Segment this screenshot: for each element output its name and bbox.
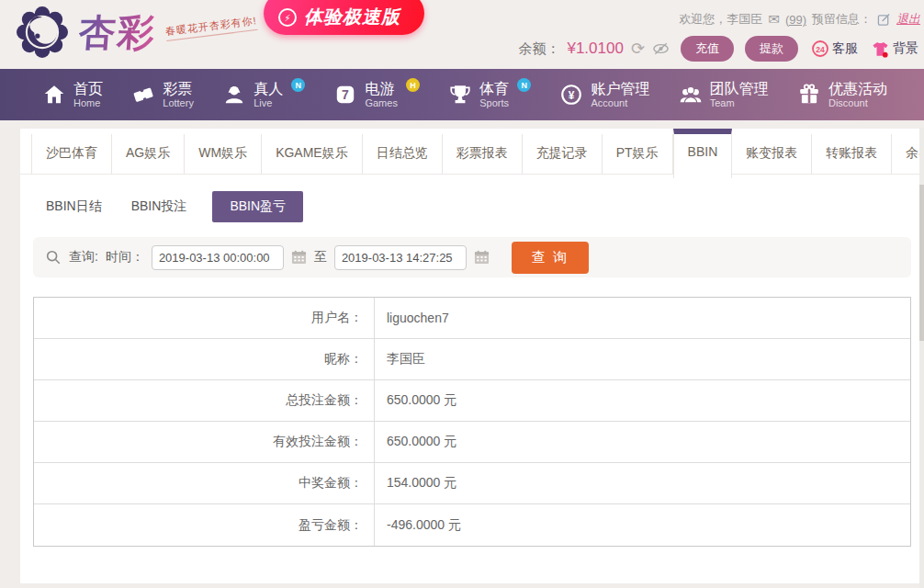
tab-ag[interactable]: AG娱乐 <box>112 134 185 174</box>
logout-link[interactable]: 退出 <box>896 11 920 28</box>
hot-badge: H <box>406 78 420 92</box>
table-row-profit-loss: 盈亏金额： -496.0000 元 <box>34 504 910 546</box>
row-value: 650.0000 元 <box>375 380 456 421</box>
row-label: 昵称： <box>34 339 375 379</box>
subtab-bbin-profit-loss[interactable]: BBIN盈亏 <box>212 191 303 222</box>
lightning-icon: ⚡ <box>278 8 297 27</box>
row-label: 盈亏金额： <box>34 504 375 546</box>
row-label: 有效投注金额： <box>34 422 375 462</box>
calendar-icon <box>474 250 490 265</box>
subtab-bbin-daily[interactable]: BBIN日结 <box>42 191 106 222</box>
ribbon-fold <box>417 1 428 17</box>
home-icon <box>42 83 66 107</box>
refresh-icon: ⟳ <box>631 40 645 57</box>
query-label: 查询: <box>69 249 98 266</box>
scrollbar-track[interactable] <box>919 128 924 588</box>
tab-kgame[interactable]: KGAME娱乐 <box>262 134 363 174</box>
team-people-icon <box>679 83 703 107</box>
brand-tagline: 春暖花开杏彩有你! <box>164 14 258 41</box>
scrollbar-thumb[interactable] <box>919 185 924 341</box>
table-row-winnings: 中奖金额： 154.0000 元 <box>34 463 910 504</box>
brand-emblem-icon <box>17 6 68 58</box>
brand-logo[interactable]: 杏彩 春暖花开杏彩有你! <box>17 6 257 58</box>
main-nav: 首页 Home 彩票 Lottery 真人 Live N <box>0 69 924 120</box>
background-link[interactable]: 背景 <box>871 40 918 58</box>
table-row-username: 用户名： liguochen7 <box>34 298 910 339</box>
row-label: 用户名： <box>34 298 375 338</box>
envelope-icon[interactable]: ✉ <box>768 11 780 28</box>
row-label: 总投注金额： <box>34 380 375 421</box>
eye-slash-icon <box>652 41 670 56</box>
report-tab-bar: 沙巴体育 AG娱乐 WM娱乐 KGAME娱乐 日结总览 彩票报表 充提记录 PT… <box>20 129 924 175</box>
range-separator: 至 <box>314 249 327 266</box>
tab-transfer-report[interactable]: 转账报表 <box>812 134 892 174</box>
bbin-subtab-bar: BBIN日结 BBIN投注 BBIN盈亏 <box>20 175 924 235</box>
table-row-valid-bet: 有效投注金额： 650.0000 元 <box>34 422 910 463</box>
svg-text:24: 24 <box>816 45 825 54</box>
tab-wm[interactable]: WM娱乐 <box>185 134 262 174</box>
nav-item-lottery[interactable]: 彩票 Lottery <box>131 81 194 108</box>
search-icon <box>45 249 62 266</box>
start-date-picker-button[interactable] <box>291 250 307 265</box>
end-date-picker-button[interactable] <box>474 250 490 265</box>
reserved-info-label: 预留信息： <box>812 11 872 28</box>
query-submit-button[interactable]: 查 询 <box>512 242 589 274</box>
nav-item-discount[interactable]: 优惠活动 Discount <box>797 81 887 108</box>
nav-item-home[interactable]: 首页 Home <box>42 81 103 108</box>
customer-service-label: 客服 <box>832 40 858 57</box>
start-time-input[interactable] <box>152 245 284 270</box>
hide-balance-button[interactable] <box>652 41 670 56</box>
nav-item-games[interactable]: 7 电游 Games H <box>333 81 419 108</box>
page-header: 杏彩 春暖花开杏彩有你! ⚡ 体验极速版 欢迎您，李国臣 ✉ (99) 预留信息… <box>0 0 924 69</box>
mail-count-link[interactable]: (99) <box>785 13 806 27</box>
account-coin-icon: ¥ <box>559 83 583 107</box>
edit-icon[interactable] <box>877 13 891 27</box>
tab-bbin[interactable]: BBIN <box>673 129 733 178</box>
speed-version-badge[interactable]: ⚡ 体验极速版 <box>264 0 424 35</box>
table-row-nickname: 昵称： 李国臣 <box>34 339 910 380</box>
new-badge: N <box>517 78 531 92</box>
row-value: 154.0000 元 <box>375 463 456 503</box>
profit-loss-table: 用户名： liguochen7 昵称： 李国臣 总投注金额： 650.0000 … <box>33 297 911 547</box>
tab-deposit-withdraw-record[interactable]: 充提记录 <box>523 134 603 174</box>
nav-item-account[interactable]: ¥ 账户管理 Account <box>559 81 649 108</box>
subtab-bbin-bets[interactable]: BBIN投注 <box>128 191 191 222</box>
time-label: 时间： <box>106 249 144 266</box>
nav-item-live[interactable]: 真人 Live N <box>222 81 305 108</box>
row-label: 中奖金额： <box>34 463 375 503</box>
tab-lottery-report[interactable]: 彩票报表 <box>443 134 523 174</box>
tab-shaba-sports[interactable]: 沙巴体育 <box>31 134 112 174</box>
tab-pt[interactable]: PT娱乐 <box>603 134 673 174</box>
calendar-icon <box>291 250 307 265</box>
shirt-icon <box>871 40 890 58</box>
svg-text:¥: ¥ <box>569 89 575 102</box>
welcome-bar: 欢迎您，李国臣 ✉ (99) 预留信息： 退出 <box>679 11 920 28</box>
games-seven-icon: 7 <box>333 83 357 107</box>
end-time-input[interactable] <box>334 245 467 270</box>
nav-item-sports[interactable]: 体育 Sports N <box>448 81 531 108</box>
row-value: -496.0000 元 <box>375 504 461 546</box>
withdraw-button[interactable]: 提款 <box>745 36 798 62</box>
speed-version-label: 体验极速版 <box>304 5 400 29</box>
deposit-button[interactable]: 充值 <box>681 36 734 62</box>
new-badge: N <box>291 78 305 92</box>
gift-icon <box>797 83 821 107</box>
table-row-total-bet: 总投注金额： 650.0000 元 <box>34 380 910 422</box>
tab-daily-summary[interactable]: 日结总览 <box>363 134 443 174</box>
refresh-balance-button[interactable]: ⟳ <box>631 40 645 57</box>
row-value: liguochen7 <box>375 298 449 338</box>
balance-label: 余额： <box>518 40 559 58</box>
row-value: 650.0000 元 <box>375 422 456 462</box>
nav-item-team[interactable]: 团队管理 Team <box>679 81 769 108</box>
live-dealer-icon <box>222 83 246 107</box>
trophy-icon <box>448 83 472 107</box>
svg-text:7: 7 <box>343 87 350 102</box>
tab-account-change-report[interactable]: 账变报表 <box>732 134 812 174</box>
content-panel: 沙巴体育 AG娱乐 WM娱乐 KGAME娱乐 日结总览 彩票报表 充提记录 PT… <box>20 129 924 583</box>
row-value: 李国臣 <box>375 339 425 379</box>
brand-name: 杏彩 <box>77 6 158 58</box>
welcome-text: 欢迎您，李国臣 <box>679 11 762 28</box>
customer-service-link[interactable]: 24 客服 <box>811 40 858 58</box>
lottery-ticket-icon <box>131 83 155 107</box>
background-label: 背景 <box>893 40 918 57</box>
